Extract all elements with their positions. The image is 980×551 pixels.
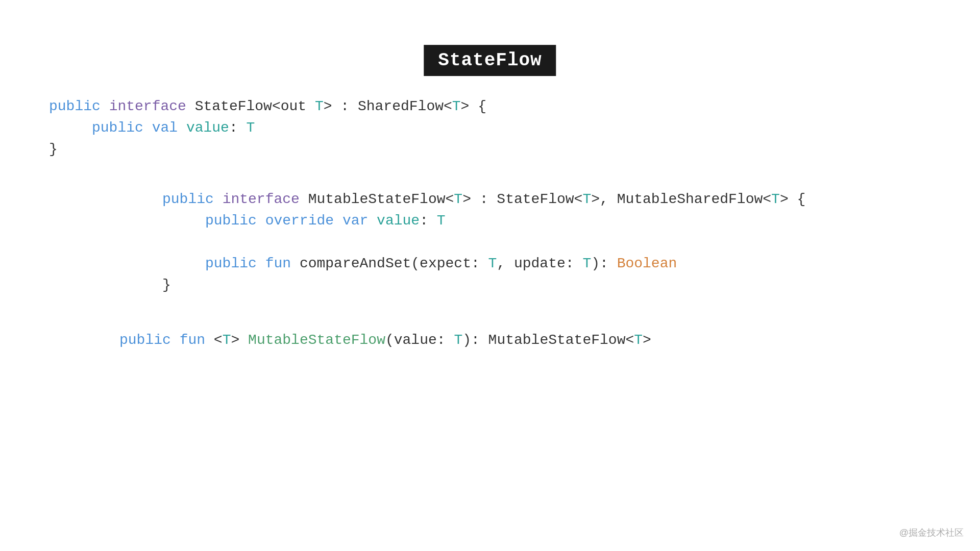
mutable-spacer	[162, 232, 805, 253]
kw-fun-2: fun	[180, 332, 205, 348]
fun-mutablestateflow: MutableStateFlow	[248, 332, 385, 348]
kw-public-3: public	[162, 191, 214, 207]
code-brace-2: > {	[780, 191, 805, 207]
page-container: StateFlow public interface StateFlow<out…	[0, 0, 980, 551]
fun-ret: ):	[591, 256, 617, 271]
type-T11: T	[454, 332, 462, 348]
code-line-2: public val value: T	[49, 117, 486, 139]
code-rest-2: > : StateFlow<	[462, 191, 582, 207]
code-rest-3: >, MutableSharedFlow<	[591, 191, 771, 207]
factory-line-1: public fun <T> MutableStateFlow(value: T…	[119, 330, 651, 351]
mutable-line-2: public override var value: T	[162, 210, 805, 232]
code-block-mutablestateflow: public interface MutableStateFlow<T> : S…	[162, 189, 805, 296]
fun-params: (value:	[385, 332, 454, 348]
code-line-3: }	[49, 139, 486, 160]
kw-public-4: public	[205, 213, 257, 229]
type-T2: T	[452, 98, 461, 114]
type-T3: T	[247, 120, 255, 136]
type-T: T	[315, 98, 324, 114]
close-brace-1: }	[49, 141, 58, 157]
mutable-line-4: }	[162, 274, 805, 296]
kw-public: public	[49, 98, 101, 114]
kw-val: val	[152, 120, 178, 136]
class-mutablestateflow: MutableStateFlow<	[308, 191, 454, 207]
type-boolean: Boolean	[617, 256, 677, 271]
title-badge: StateFlow	[424, 45, 556, 76]
mutable-line-1: public interface MutableStateFlow<T> : S…	[162, 189, 805, 210]
prop-value: value	[186, 120, 229, 136]
title-text: StateFlow	[438, 50, 542, 71]
code-block-stateflow: public interface StateFlow<out T> : Shar…	[49, 96, 486, 160]
kw-interface-2: interface	[223, 191, 300, 207]
kw-public-2: public	[92, 120, 143, 136]
colon-T: :	[229, 120, 247, 136]
fun-generic-gt: >	[231, 332, 239, 348]
code-line-1: public interface StateFlow<out T> : Shar…	[49, 96, 486, 117]
kw-public-5: public	[205, 256, 257, 271]
fun-compareandset: compareAndSet(expect:	[300, 256, 488, 271]
watermark: @掘金技术社区	[899, 527, 964, 539]
fun-ret-gt: >	[643, 332, 651, 348]
code-brace-1: > {	[461, 98, 486, 114]
type-T8: T	[488, 256, 497, 271]
type-T10: T	[223, 332, 231, 348]
watermark-text: @掘金技术社区	[899, 528, 964, 538]
fun-params-end: ): MutableStateFlow<	[462, 332, 634, 348]
type-T6: T	[771, 191, 780, 207]
type-T5: T	[582, 191, 591, 207]
close-brace-2: }	[162, 277, 171, 293]
code-block-factory: public fun <T> MutableStateFlow(value: T…	[119, 330, 651, 351]
prop-value-2: value	[377, 213, 420, 229]
mutable-line-3: public fun compareAndSet(expect: T, upda…	[162, 253, 805, 274]
kw-var: var	[342, 213, 368, 229]
kw-interface: interface	[109, 98, 186, 114]
code-rest-1: > : SharedFlow<	[324, 98, 452, 114]
kw-public-6: public	[119, 332, 171, 348]
type-T9: T	[582, 256, 591, 271]
fun-update: , update:	[497, 256, 582, 271]
type-T7: T	[437, 213, 446, 229]
fun-generic-lt: <	[205, 332, 223, 348]
type-T12: T	[634, 332, 643, 348]
class-stateflow: StateFlow<out	[195, 98, 315, 114]
kw-override: override	[265, 213, 334, 229]
type-T4: T	[454, 191, 462, 207]
kw-fun: fun	[265, 256, 291, 271]
colon-T-2: :	[420, 213, 437, 229]
